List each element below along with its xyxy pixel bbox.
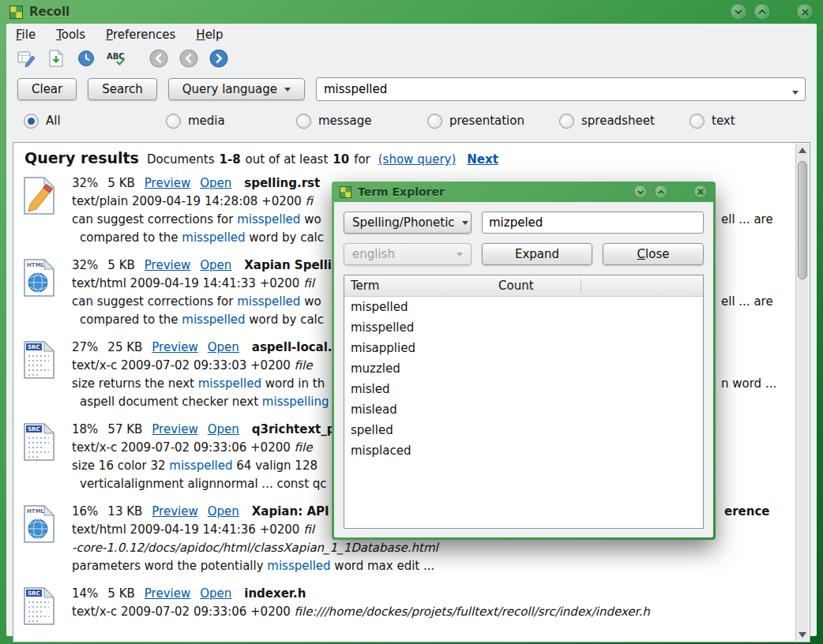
result-rank: 18% <box>72 421 98 439</box>
term-row[interactable]: spelled <box>344 420 703 440</box>
open-link[interactable]: Open <box>200 174 231 193</box>
term-row[interactable]: misspelled <box>344 317 703 338</box>
highlight-term: misspelling <box>262 395 329 409</box>
filter-all[interactable]: All <box>24 114 166 129</box>
results-title: Query results <box>24 149 139 167</box>
column-resize-handle[interactable] <box>581 279 581 292</box>
next-page-button[interactable] <box>207 47 231 70</box>
term-row[interactable]: muzzled <box>344 358 703 379</box>
scroll-up-button[interactable] <box>796 144 809 156</box>
preview-link[interactable]: Preview <box>145 585 190 603</box>
menu-item-preferences[interactable]: Preferences <box>106 28 175 42</box>
term-column-header[interactable]: Term <box>344 279 498 293</box>
language-label: english <box>352 247 395 261</box>
text-segment: 64 valign 128 <box>233 459 318 473</box>
chevron-down-icon <box>284 88 291 95</box>
dialog-shade-button[interactable] <box>633 185 648 199</box>
filter-presentation[interactable]: presentation <box>427 114 559 129</box>
filter-media[interactable]: media <box>166 114 296 129</box>
recoll-logo-icon <box>340 186 351 198</box>
toolbar: ABC <box>6 44 817 73</box>
expand-button[interactable]: Expand <box>482 243 592 265</box>
close-icon <box>697 189 704 195</box>
svg-text:SRC: SRC <box>28 344 40 350</box>
text-segment: word max edit ... <box>331 559 435 573</box>
filter-message[interactable]: message <box>296 114 427 129</box>
result-rank: 27% <box>72 339 98 357</box>
chevron-down-icon[interactable] <box>792 91 799 98</box>
next-page-link[interactable]: Next <box>467 152 498 167</box>
term-input[interactable] <box>482 212 704 234</box>
results-scrollbar[interactable] <box>795 144 809 641</box>
menu-bar: FileToolsPreferencesHelp <box>6 24 817 44</box>
window-shade-button[interactable] <box>730 3 747 21</box>
term-cell: mispelled <box>351 300 408 314</box>
result-item: SRC 14%5 KBPreviewOpenindexer.htext/x-c … <box>21 585 802 629</box>
menu-item-help[interactable]: Help <box>196 28 223 42</box>
first-page-button[interactable] <box>147 47 171 70</box>
clear-button[interactable]: Clear <box>17 78 77 100</box>
preview-link[interactable]: Preview <box>152 503 197 521</box>
result-title: spelling.rst <box>244 174 320 193</box>
result-size: 57 KB <box>107 421 142 439</box>
search-input[interactable] <box>316 77 806 101</box>
term-mode-dropdown[interactable]: Spelling/Phonetic <box>344 212 472 234</box>
preview-link[interactable]: Preview <box>145 174 190 193</box>
filter-label: spreadsheet <box>581 114 655 128</box>
window-maximize-button[interactable] <box>753 3 771 21</box>
preview-link[interactable]: Preview <box>152 339 197 357</box>
term-row[interactable]: misplaced <box>344 440 703 461</box>
update-index-button[interactable] <box>44 47 68 70</box>
term-cell: muzzled <box>351 361 400 376</box>
dialog-title-bar[interactable]: Term Explorer <box>334 182 713 202</box>
term-row[interactable]: mispelled <box>344 297 703 317</box>
radio-icon <box>427 114 442 129</box>
open-link[interactable]: Open <box>208 503 239 521</box>
radio-icon <box>559 114 574 129</box>
search-button[interactable]: Search <box>88 78 157 100</box>
snippet-fragment: ell ... are <box>721 211 773 229</box>
text-segment: size returns the next <box>72 376 198 391</box>
term-row[interactable]: mislead <box>344 399 703 420</box>
term-row[interactable]: misapplied <box>344 338 703 358</box>
result-snippet: -core-1.0.12/docs/apidoc/html/classXapia… <box>72 539 802 557</box>
filter-spreadsheet[interactable]: spreadsheet <box>559 114 690 129</box>
scroll-down-button[interactable] <box>796 628 809 641</box>
show-query-link[interactable]: (show query) <box>378 152 457 167</box>
open-link[interactable]: Open <box>200 585 231 603</box>
window-title: Recoll <box>29 5 70 19</box>
open-link[interactable]: Open <box>200 256 231 275</box>
snippet-fragment: ell ... are <box>721 293 773 311</box>
text-segment: compared to the <box>80 313 182 327</box>
highlight-term: misspelled <box>267 559 330 573</box>
query-language-dropdown[interactable]: Query language <box>168 78 305 100</box>
menu-item-file[interactable]: File <box>16 28 36 42</box>
scrollbar-thumb[interactable] <box>798 161 807 279</box>
window-close-button[interactable] <box>796 3 814 21</box>
open-link[interactable]: Open <box>208 339 239 357</box>
open-link[interactable]: Open <box>208 421 239 439</box>
preview-link[interactable]: Preview <box>152 421 197 439</box>
menu-item-tools[interactable]: Tools <box>56 28 85 42</box>
result-title: q3richtext_p <box>252 421 336 439</box>
text-segment: file:///home/dockes/projets/fulltext/rec… <box>295 605 650 619</box>
filter-text[interactable]: text <box>690 114 817 129</box>
query-language-label: Query language <box>182 82 277 96</box>
dialog-maximize-button[interactable] <box>654 185 668 199</box>
title-bar[interactable]: Recoll <box>0 0 823 24</box>
highlight-term: misspelled <box>237 294 300 309</box>
term-row[interactable]: misled <box>344 379 703 399</box>
text-segment: text/x-c 2009-07-02 09:33:06 +0200 <box>72 605 295 619</box>
term-explorer-button[interactable]: ABC <box>104 47 128 70</box>
clear-search-button[interactable] <box>14 47 38 70</box>
result-title-fragment: erence <box>724 503 770 521</box>
chevron-up-icon <box>758 9 766 14</box>
history-button[interactable] <box>74 47 98 70</box>
previous-page-button[interactable] <box>177 47 201 70</box>
close-button[interactable]: Close <box>603 243 704 265</box>
preview-link[interactable]: Preview <box>145 256 190 275</box>
count-column-header[interactable]: Count <box>498 279 534 293</box>
term-cell: spelled <box>351 423 393 437</box>
search-combobox[interactable] <box>316 77 806 101</box>
dialog-close-button[interactable] <box>693 185 708 199</box>
